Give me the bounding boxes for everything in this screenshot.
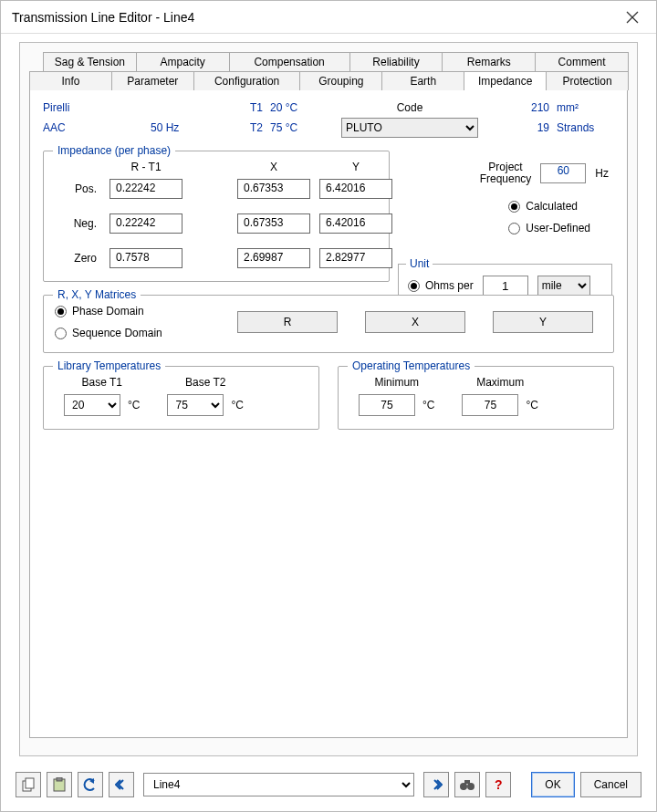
tab-earth[interactable]: Earth [381,71,464,90]
pos-y[interactable]: 6.42016 [319,179,392,199]
help-icon: ? [492,777,505,792]
titlebar: Transmission Line Editor - Line4 [1,1,656,34]
project-frequency-value[interactable]: 60 [540,163,586,183]
cancel-button[interactable]: Cancel [580,772,641,797]
copy-button[interactable] [16,772,41,797]
undo-button[interactable] [78,772,103,797]
chevron-right-icon [430,778,443,791]
pos-x[interactable]: 0.67353 [237,179,310,199]
zero-r[interactable]: 0.7578 [110,248,182,268]
tab-info[interactable]: Info [29,71,112,90]
matrix-r-button[interactable]: R [237,311,338,333]
paste-icon [52,777,67,792]
unit-c: °C [128,399,140,411]
bottom-toolbar: Line4 ? OK Cancel [16,769,641,800]
t2-value: 75 °C [270,121,334,134]
chevron-left-icon [115,778,128,791]
operating-temps-legend: Operating Temperatures [348,359,474,372]
t1-label: T1 [222,101,263,114]
pos-r[interactable]: 0.22242 [110,179,182,199]
radio-phase-domain[interactable]: Phase Domain [55,305,210,318]
window-title: Transmission Line Editor - Line4 [12,10,620,25]
zero-x[interactable]: 2.69987 [237,248,310,268]
unit-per-select[interactable]: mile [537,276,590,296]
tab-ampacity[interactable]: Ampacity [136,52,230,71]
unit-c: °C [231,399,243,411]
base-t2-select[interactable]: 75 [167,394,224,416]
strands-unit: Strands [557,121,620,134]
tab-parameter[interactable]: Parameter [111,71,194,90]
matrices-group: R, X, Y Matrices Phase Domain Sequence D… [43,295,614,353]
temperatures-row: Library Temperatures Base T1 20 °C Base … [43,366,614,442]
neg-r[interactable]: 0.22242 [110,213,182,234]
tab-grouping[interactable]: Grouping [299,71,382,90]
tabs-row-1: Sag & Tension Ampacity Compensation Reli… [43,52,628,71]
tab-configuration[interactable]: Configuration [193,71,301,90]
next-button[interactable] [423,772,449,797]
base-t1-select[interactable]: 20 [64,394,120,416]
radio-dot-icon [55,306,67,318]
find-button[interactable] [454,772,480,797]
client-area: Sag & Tension Ampacity Compensation Reli… [19,42,638,756]
close-icon [626,11,639,24]
radio-sequence-domain[interactable]: Sequence Domain [55,327,210,339]
base-t2-label: Base T2 [185,376,225,389]
project-frequency: ProjectFrequency 60 Hz [480,161,609,185]
copy-icon [21,777,36,792]
radio-user-defined[interactable]: User-Defined [508,222,590,234]
unit-legend: Unit [406,257,433,270]
svg-rect-5 [57,777,62,781]
close-button[interactable] [620,5,645,30]
svg-rect-8 [464,780,470,784]
tab-impedance[interactable]: Impedance [464,71,547,90]
max-temp-label: Maximum [476,376,524,389]
svg-point-6 [460,783,467,790]
radio-calculated[interactable]: Calculated [508,200,590,213]
header-grid: Pirelli T1 20 °C Code 210 mm² AAC 50 Hz … [43,101,614,138]
paste-button[interactable] [47,772,72,797]
help-button[interactable]: ? [485,772,511,797]
impedance-legend: Impedance (per phase) [53,144,175,157]
radio-dot-icon [408,280,420,292]
impedance-group: Impedance (per phase) R - T1 X Y Pos. 0.… [43,151,390,282]
matrix-y-button[interactable]: Y [493,311,593,333]
zero-y[interactable]: 2.82977 [319,248,392,268]
neg-label: Neg. [55,217,100,230]
library-temps-group: Library Temperatures Base T1 20 °C Base … [43,366,319,430]
strands-value: 19 [485,121,549,134]
matrix-x-button[interactable]: X [365,311,465,333]
unit-per-value[interactable] [483,276,528,296]
max-temp-input[interactable] [462,394,518,416]
tab-compensation[interactable]: Compensation [229,52,350,71]
binoculars-icon [460,778,474,791]
code-select[interactable]: PLUTO [341,118,478,138]
tab-panel-impedance: Pirelli T1 20 °C Code 210 mm² AAC 50 Hz … [29,90,628,738]
neg-x[interactable]: 0.67353 [237,213,310,234]
radio-ohms-per[interactable]: Ohms per [408,279,474,292]
project-frequency-label: ProjectFrequency [480,161,532,185]
tab-reliability[interactable]: Reliability [349,52,443,71]
min-temp-label: Minimum [374,376,419,389]
base-t1-label: Base T1 [81,376,121,389]
min-temp-input[interactable] [359,394,415,416]
tab-protection[interactable]: Protection [546,71,629,90]
size-value: 210 [485,101,549,114]
prev-button[interactable] [109,772,134,797]
radio-dot-icon [508,201,520,213]
tab-comment[interactable]: Comment [535,52,629,71]
manufacturer-label: Pirelli [43,101,143,114]
t2-label: T2 [222,121,263,134]
element-navigator[interactable]: Line4 [143,773,414,796]
t1-value: 20 °C [270,101,334,114]
tab-remarks[interactable]: Remarks [442,52,536,71]
freq-unit: Hz [166,121,180,134]
tab-sag-tension[interactable]: Sag & Tension [43,52,137,71]
material-label: AAC [43,121,143,134]
unit-c: °C [422,399,434,411]
svg-point-7 [467,783,474,790]
ok-button[interactable]: OK [531,772,574,797]
window: Transmission Line Editor - Line4 Sag & T… [0,0,657,812]
neg-y[interactable]: 6.42016 [319,213,392,234]
library-temps-legend: Library Temperatures [53,359,165,372]
col-r: R - T1 [110,161,182,173]
